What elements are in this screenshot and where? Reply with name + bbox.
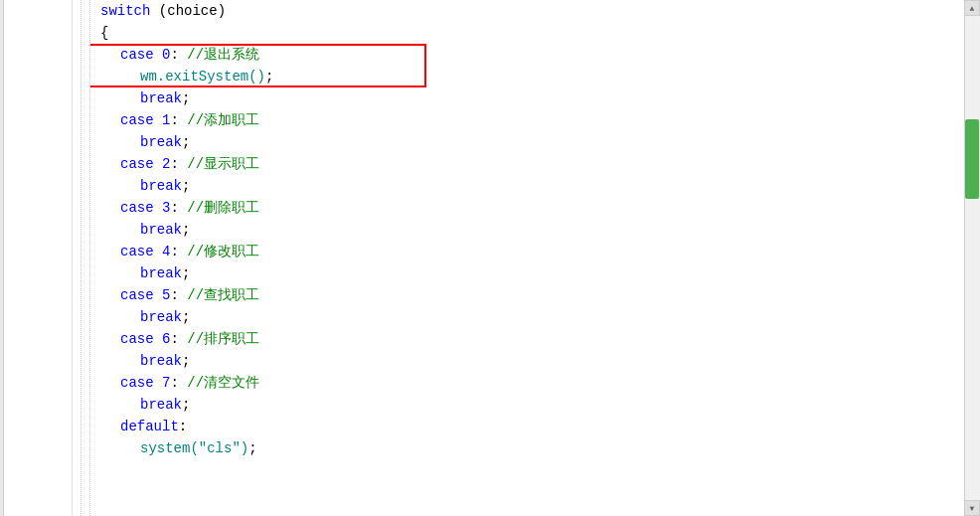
code-line: case 3: //删除职工: [100, 197, 980, 219]
code-token: 4: [162, 241, 170, 262]
line-number: [8, 87, 64, 109]
code-token: :: [170, 241, 187, 262]
code-token: [154, 153, 162, 175]
code-token: case: [120, 109, 154, 131]
code-line: case 7: //清空文件: [100, 372, 980, 394]
code-token: ;: [248, 437, 256, 459]
code-token: [154, 328, 162, 350]
code-line: break;: [100, 262, 980, 284]
line-number: [8, 197, 64, 219]
code-token: case: [120, 197, 154, 219]
code-line: switch (choice): [100, 0, 980, 22]
code-token: ;: [182, 219, 190, 241]
code-token: system("cls"): [140, 437, 248, 459]
code-token: ;: [182, 87, 190, 109]
code-token: case: [120, 328, 154, 350]
code-token: break: [140, 394, 182, 416]
code-token: ;: [182, 131, 190, 153]
code-token: switch: [100, 0, 150, 22]
scrollbar-thumb[interactable]: [965, 119, 979, 199]
code-token: :: [170, 328, 187, 350]
code-token: [154, 44, 162, 66]
code-line: case 0: //退出系统: [100, 44, 980, 66]
line-number: [8, 437, 64, 459]
code-token: 1: [162, 109, 170, 131]
line-number: [8, 416, 64, 437]
line-number: [8, 109, 64, 131]
line-number: [8, 394, 64, 416]
code-token: :: [170, 197, 187, 219]
line-number: [8, 22, 64, 44]
code-token: :: [170, 109, 187, 131]
code-token: default: [120, 416, 179, 437]
code-line: break;: [100, 175, 980, 197]
line-number: [8, 372, 64, 394]
code-token: [154, 284, 162, 306]
line-number: [8, 219, 64, 241]
code-token: 7: [162, 372, 170, 394]
code-line: wm.exitSystem();: [100, 66, 980, 87]
code-token: break: [140, 175, 182, 197]
code-line: case 1: //添加职工: [100, 109, 980, 131]
code-token: break: [140, 306, 182, 328]
code-line: case 2: //显示职工: [100, 153, 980, 175]
scrollbar-down-button[interactable]: ▼: [964, 500, 980, 516]
code-token: case: [120, 284, 154, 306]
code-token: //退出系统: [187, 44, 259, 66]
code-line: break;: [100, 87, 980, 109]
code-token: ;: [182, 350, 190, 372]
scrollbar-track[interactable]: ▲ ▼: [964, 0, 980, 516]
line-number: [8, 284, 64, 306]
line-number: [8, 66, 64, 87]
code-token: 2: [162, 153, 170, 175]
code-line: break;: [100, 306, 980, 328]
code-token: 5: [162, 284, 170, 306]
editor-container: switch (choice){case 0: //退出系统wm.exitSys…: [0, 0, 980, 516]
code-token: break: [140, 350, 182, 372]
code-line: break;: [100, 394, 980, 416]
code-token: 0: [162, 44, 170, 66]
line-number: [8, 262, 64, 284]
code-token: :: [170, 44, 187, 66]
code-token: {: [100, 22, 108, 44]
code-line: case 6: //排序职工: [100, 328, 980, 350]
code-token: ;: [182, 306, 190, 328]
code-line: break;: [100, 350, 980, 372]
line-numbers: [8, 0, 73, 516]
line-number: [8, 0, 64, 22]
code-token: //修改职工: [187, 241, 259, 262]
code-token: //删除职工: [187, 197, 259, 219]
code-line: case 5: //查找职工: [100, 284, 980, 306]
code-token: break: [140, 87, 182, 109]
code-token: break: [140, 131, 182, 153]
code-content: switch (choice){case 0: //退出系统wm.exitSys…: [100, 0, 980, 459]
code-token: [154, 197, 162, 219]
line-number: [8, 350, 64, 372]
code-line: break;: [100, 219, 980, 241]
code-area: switch (choice){case 0: //退出系统wm.exitSys…: [90, 0, 980, 516]
code-line: system("cls");: [100, 437, 980, 459]
scrollbar-up-button[interactable]: ▲: [964, 0, 980, 16]
code-token: :: [170, 153, 187, 175]
line-number: [8, 131, 64, 153]
code-token: :: [170, 284, 187, 306]
code-token: case: [120, 44, 154, 66]
code-token: //添加职工: [187, 109, 259, 131]
code-token: case: [120, 372, 154, 394]
code-token: ;: [182, 175, 190, 197]
code-token: //排序职工: [187, 328, 259, 350]
code-line: break;: [100, 131, 980, 153]
code-token: :: [179, 416, 187, 437]
code-token: :: [170, 372, 187, 394]
code-token: case: [120, 241, 154, 262]
line-number: [8, 328, 64, 350]
code-line: case 4: //修改职工: [100, 241, 980, 262]
code-token: (choice): [150, 0, 226, 22]
line-number: [8, 241, 64, 262]
code-token: 6: [162, 328, 170, 350]
code-token: case: [120, 153, 154, 175]
code-token: break: [140, 262, 182, 284]
line-number: [8, 306, 64, 328]
code-token: [154, 109, 162, 131]
code-token: //清空文件: [187, 372, 259, 394]
